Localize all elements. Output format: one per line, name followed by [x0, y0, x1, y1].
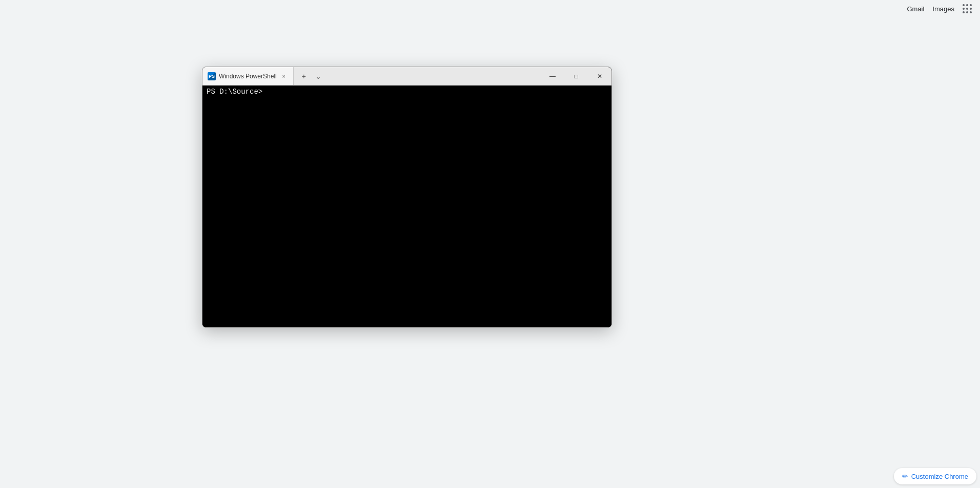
- maximize-icon: □: [574, 73, 578, 80]
- powershell-toolbar: + ⌄: [294, 70, 329, 82]
- maximize-button[interactable]: □: [564, 67, 588, 86]
- close-button[interactable]: ✕: [588, 67, 611, 86]
- chevron-down-icon: ⌄: [315, 72, 321, 80]
- gmail-link[interactable]: Gmail: [907, 5, 924, 13]
- new-tab-button[interactable]: +: [298, 70, 310, 82]
- powershell-terminal[interactable]: PS D:\Source>: [202, 86, 611, 327]
- powershell-tab[interactable]: PS Windows PowerShell ×: [202, 67, 294, 85]
- window-controls: — □ ✕: [541, 67, 611, 86]
- powershell-tab-label: Windows PowerShell: [219, 73, 277, 80]
- minimize-button[interactable]: —: [541, 67, 564, 86]
- images-link[interactable]: Images: [932, 5, 954, 13]
- close-icon: ✕: [597, 73, 602, 80]
- powershell-prompt: PS D:\Source>: [207, 88, 262, 96]
- edit-icon: ✏: [902, 472, 908, 480]
- powershell-tab-icon: PS: [208, 72, 216, 80]
- powershell-titlebar: PS Windows PowerShell × + ⌄ — □ ✕: [202, 67, 611, 86]
- dropdown-button[interactable]: ⌄: [312, 70, 324, 82]
- customize-chrome-label: Customize Chrome: [911, 473, 968, 480]
- google-apps-icon[interactable]: [963, 4, 972, 13]
- minimize-icon: —: [549, 73, 556, 80]
- powershell-tab-close-button[interactable]: ×: [280, 72, 288, 80]
- chrome-topbar: Gmail Images: [899, 0, 980, 17]
- customize-chrome-button[interactable]: ✏ Customize Chrome: [894, 468, 976, 484]
- powershell-window: PS Windows PowerShell × + ⌄ — □ ✕ PS: [202, 67, 612, 328]
